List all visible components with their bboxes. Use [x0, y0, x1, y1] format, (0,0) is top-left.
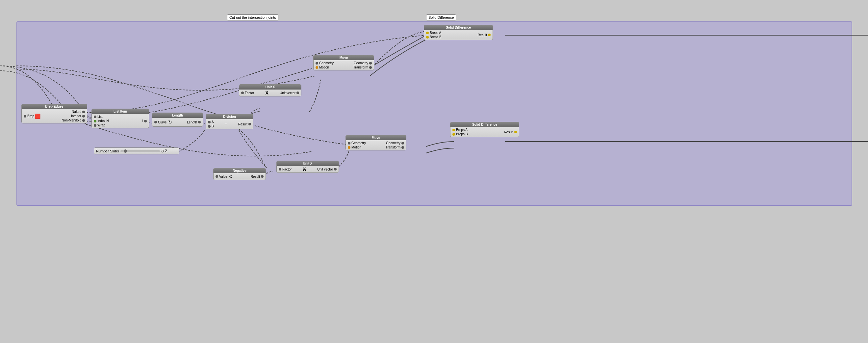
geometry-top-in-port: Geometry	[314, 61, 335, 65]
division-result-dot	[248, 123, 251, 125]
b-dot	[208, 125, 211, 128]
motion-bottom-port: Motion	[346, 145, 367, 150]
slider-value: ◇ 2	[161, 149, 167, 153]
solid-diff-top-node[interactable]: Solid Difference Breps A Breps B Result	[424, 25, 493, 40]
negative-result-dot	[261, 175, 264, 178]
transform-top-port: Transform	[352, 65, 374, 69]
slider-track[interactable]	[120, 150, 160, 152]
solid-diff-bottom-title: Solid Difference	[451, 122, 519, 127]
unit-vector-bottom-port: Unit vector	[316, 167, 339, 172]
solid-diff-top-result-dot	[488, 34, 491, 36]
unit-vector-top-dot	[297, 92, 299, 94]
value-port: Value -x	[214, 174, 233, 179]
unit-vector-bottom-dot	[334, 168, 337, 170]
solid-diff-top-title: Solid Difference	[424, 25, 493, 30]
breps-a-top-dot	[426, 32, 429, 34]
breps-b-top-port: Breps B	[424, 35, 442, 39]
factor-top-port: Factor	[239, 91, 255, 95]
length-out-dot	[198, 121, 201, 123]
index-dot	[94, 120, 96, 122]
main-canvas: Cut out the intersection joints Solid Di…	[0, 0, 868, 343]
brep-edges-node[interactable]: Brep Edges Brep 🟥 Naked Interior	[21, 104, 87, 123]
division-result-port: Result	[237, 122, 253, 126]
move-bottom-title: Move	[346, 135, 406, 140]
list-dot	[94, 116, 96, 118]
geometry-top-out-port: Geometry	[353, 61, 374, 65]
geometry-bottom-in-dot	[348, 142, 350, 145]
brep-dot	[24, 115, 26, 118]
negative-node[interactable]: Negative Value -x Result	[213, 168, 266, 180]
list-item-node[interactable]: List Item List Index N Wrap i	[91, 108, 149, 128]
solid-diff-bottom-result-dot	[514, 131, 517, 133]
length-node[interactable]: Length Curve ↻ Length	[152, 113, 203, 127]
naked-port: Naked	[71, 110, 87, 114]
breps-b-bottom-dot	[453, 133, 455, 136]
wrap-dot	[94, 124, 96, 127]
interior-dot	[82, 115, 85, 118]
value-dot	[216, 175, 218, 178]
geometry-top-in-dot	[315, 62, 318, 64]
motion-top-port: Motion	[314, 65, 335, 69]
group-label-cut-out: Cut out the intersection joints	[227, 14, 278, 21]
transform-bottom-dot	[401, 146, 404, 149]
list-port: List	[92, 115, 110, 119]
motion-bottom-dot	[348, 146, 350, 149]
transform-bottom-port: Transform	[385, 145, 406, 150]
unit-x-top-node[interactable]: Unit X Factor X Unit vector	[239, 84, 301, 96]
b-port: B	[206, 124, 215, 128]
breps-a-top-port: Breps A	[424, 31, 442, 35]
a-dot	[208, 121, 211, 123]
solid-diff-top-result-port: Result	[477, 33, 493, 37]
a-port: A	[206, 120, 215, 124]
breps-b-top-dot	[426, 36, 429, 38]
factor-top-dot	[241, 92, 244, 94]
move-top-title: Move	[314, 55, 374, 60]
non-manifold-dot	[82, 119, 85, 122]
negative-title: Negative	[214, 168, 266, 173]
geometry-bottom-in-port: Geometry	[346, 141, 367, 145]
brep-edges-title: Brep Edges	[22, 104, 87, 109]
interior-port: Interior	[70, 114, 87, 118]
i-port: i	[142, 119, 149, 123]
move-top-node[interactable]: Move Geometry Motion Geometry T	[313, 55, 374, 70]
length-out-port: Length	[186, 120, 203, 124]
geometry-top-out-dot	[369, 62, 372, 64]
breps-a-bottom-dot	[453, 129, 455, 131]
unit-x-top-title: Unit X	[239, 85, 301, 90]
negative-result-port: Result	[250, 175, 266, 179]
factor-bottom-dot	[279, 168, 281, 170]
list-item-title: List Item	[92, 109, 149, 114]
breps-b-bottom-port: Breps B	[451, 132, 469, 136]
naked-dot	[82, 111, 85, 113]
length-title: Length	[152, 113, 203, 118]
curve-dot	[154, 121, 157, 123]
i-dot	[144, 120, 147, 122]
geometry-bottom-out-port: Geometry	[385, 141, 406, 145]
geometry-bottom-out-dot	[401, 142, 404, 145]
number-slider[interactable]: Number Slider ◇ 2	[94, 148, 179, 154]
unit-vector-top-port: Unit vector	[279, 91, 301, 95]
curve-port: Curve ↻	[152, 119, 175, 126]
slider-thumb[interactable]	[124, 150, 127, 153]
wrap-port: Wrap	[92, 123, 110, 127]
unit-x-bottom-title: Unit X	[277, 161, 339, 166]
number-slider-label: Number Slider	[96, 149, 119, 153]
division-node[interactable]: Division A B ÷ Result	[206, 114, 253, 129]
solid-diff-bottom-result-port: Result	[503, 130, 519, 134]
index-port: Index N	[92, 119, 110, 123]
breps-a-bottom-port: Breps A	[451, 128, 469, 132]
brep-icon: 🟥	[34, 113, 41, 120]
factor-bottom-port: Factor	[277, 167, 292, 172]
solid-diff-top-label: Solid Difference	[426, 14, 456, 21]
division-title: Division	[206, 114, 253, 119]
non-manifold-port: Non-Manifold	[61, 118, 87, 122]
brep-port: Brep 🟥	[22, 113, 42, 120]
move-bottom-node[interactable]: Move Geometry Motion Geometry T	[345, 135, 406, 150]
transform-top-dot	[369, 66, 372, 69]
unit-x-bottom-node[interactable]: Unit X Factor X Unit vector	[276, 161, 339, 173]
curve-icon: ↻	[167, 119, 174, 125]
motion-top-dot	[315, 66, 318, 69]
solid-diff-bottom-node[interactable]: Solid Difference Breps A Breps B Result	[450, 122, 519, 137]
